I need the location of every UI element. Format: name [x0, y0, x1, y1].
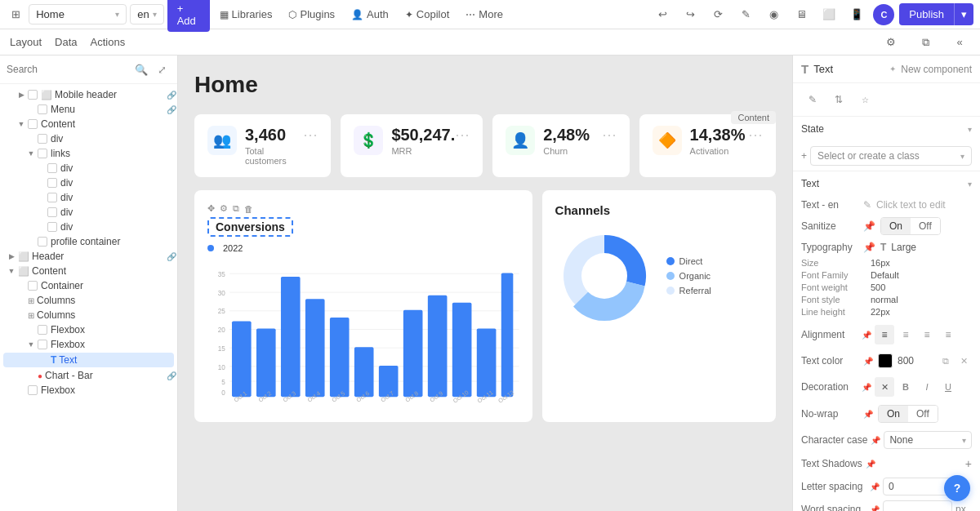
tree-item-div4[interactable]: ▶ div	[0, 190, 177, 205]
deco-italic-button[interactable]: I	[917, 377, 937, 397]
help-button[interactable]: ?	[944, 475, 970, 501]
typography-pin-icon[interactable]: 📌	[863, 242, 875, 253]
tree-item-div6[interactable]: ▶ div	[0, 220, 177, 234]
color-pin-icon[interactable]: 📌	[863, 357, 873, 366]
edit-tool-button[interactable]: ✎	[801, 88, 824, 111]
convert-tool-button[interactable]: ⇅	[827, 88, 850, 111]
word-spacing-input[interactable]	[883, 500, 952, 511]
tree-item-content2[interactable]: ▼ ⬜ Content	[0, 264, 177, 278]
chart-tool-settings[interactable]: ⚙	[220, 203, 228, 214]
bar-10[interactable]	[452, 303, 472, 397]
tree-item-links[interactable]: ▼ links	[0, 146, 177, 161]
tree-item-columns1[interactable]: ▶ ⊞ Columns	[0, 293, 177, 308]
tree-item-text[interactable]: ▶ T Text	[3, 353, 174, 367]
collapse-icon[interactable]: «	[949, 32, 970, 53]
tree-item-profile-container[interactable]: ▶ profile container	[0, 234, 177, 249]
chart-tool-delete[interactable]: 🗑	[244, 204, 253, 214]
alignment-pin-icon[interactable]: 📌	[862, 331, 871, 340]
deco-underline-button[interactable]: U	[938, 377, 958, 397]
grid-icon[interactable]: ⊞	[7, 3, 25, 26]
deco-pin-icon[interactable]: 📌	[862, 383, 871, 392]
add-button[interactable]: + Add	[167, 0, 210, 32]
tree-item-content[interactable]: ▼ Content	[0, 117, 177, 131]
tree-item-div1[interactable]: ▶ div	[0, 131, 177, 146]
bar-3[interactable]	[281, 277, 301, 397]
new-component-button[interactable]: New component	[901, 64, 972, 75]
chart-tool-copy[interactable]: ⧉	[233, 203, 239, 214]
bar-9[interactable]	[428, 295, 448, 397]
align-right-button[interactable]: ≡	[917, 325, 937, 344]
tree-item-header[interactable]: ▶ ⬜ Header 🔗	[0, 249, 177, 264]
text-section-header[interactable]: Text ▾	[793, 171, 980, 196]
tree-item-container[interactable]: ▶ Container	[0, 278, 177, 293]
nowrap-on-button[interactable]: On	[879, 406, 908, 422]
align-left-button[interactable]: ≡	[875, 325, 894, 344]
bar-4[interactable]	[305, 299, 325, 397]
settings-icon[interactable]: ⚙	[880, 32, 902, 53]
bar-6[interactable]	[354, 347, 374, 397]
text-edit-placeholder[interactable]: Click text to edit	[876, 199, 972, 211]
class-input[interactable]: Select or create a class ▾	[810, 146, 972, 166]
bar-12[interactable]	[501, 273, 514, 397]
text-lang-edit-icon[interactable]: ✎	[863, 199, 871, 211]
search-input[interactable]	[7, 64, 129, 75]
publish-arrow[interactable]: ▾	[954, 3, 973, 25]
pencil-button[interactable]: ✎	[734, 3, 757, 26]
color-swatch[interactable]	[878, 353, 893, 368]
align-justify-button[interactable]: ≡	[938, 325, 958, 344]
color-copy-button[interactable]: ⧉	[938, 353, 954, 369]
more-icon[interactable]: ⋯	[455, 126, 470, 144]
tree-item-div5[interactable]: ▶ div	[0, 205, 177, 220]
more-icon[interactable]: ⋯	[748, 126, 763, 144]
deco-bold-button[interactable]: B	[896, 377, 915, 397]
lang-dropdown[interactable]: en ▾	[130, 4, 163, 24]
letter-spacing-input[interactable]	[883, 478, 952, 495]
actions-tab[interactable]: Actions	[91, 33, 126, 51]
char-case-pin-icon[interactable]: 📌	[871, 436, 880, 445]
tree-item-div2[interactable]: ▶ div	[0, 161, 177, 176]
publish-button[interactable]: Publish ▾	[899, 3, 973, 25]
color-clear-button[interactable]: ✕	[956, 353, 972, 369]
nav-item-more[interactable]: ⋯ More	[459, 5, 510, 24]
sanitize-pin-icon[interactable]: 📌	[863, 220, 875, 232]
expand-icon[interactable]: ⤢	[154, 60, 172, 78]
char-case-select[interactable]: None ▾	[884, 431, 972, 449]
bar-5[interactable]	[330, 318, 350, 397]
text-shadows-add-button[interactable]: +	[965, 457, 972, 470]
redo-button[interactable]: ↪	[679, 3, 702, 26]
tree-item-div3[interactable]: ▶ div	[0, 176, 177, 190]
deco-none-button[interactable]: ✕	[875, 377, 894, 397]
tree-item-menu[interactable]: ▶ Menu 🔗	[0, 102, 177, 117]
tree-item-mobile-header[interactable]: ▶ ⬜ Mobile header 🔗	[0, 87, 177, 102]
nowrap-pin-icon[interactable]: 📌	[863, 410, 873, 419]
undo-button[interactable]: ↩	[651, 3, 674, 26]
bar-8[interactable]	[403, 310, 423, 397]
data-tab[interactable]: Data	[55, 33, 77, 51]
align-center-button[interactable]: ≡	[896, 325, 915, 344]
tree-item-flexbox2[interactable]: ▼ Flexbox	[0, 337, 177, 352]
nav-item-libraries[interactable]: ▦ Libraries	[213, 5, 279, 24]
tree-item-flexbox1[interactable]: ▶ Flexbox	[0, 322, 177, 337]
word-spacing-pin-icon[interactable]: 📌	[870, 505, 880, 512]
nav-item-copilot[interactable]: ✦ Copilot	[399, 5, 456, 24]
bar-2[interactable]	[256, 329, 276, 398]
nav-item-plugins[interactable]: ⬡ Plugins	[282, 5, 341, 24]
bar-11[interactable]	[477, 329, 497, 398]
preview-button[interactable]: ◉	[762, 3, 785, 26]
search-icon[interactable]: 🔍	[132, 60, 150, 78]
tree-item-flexbox3[interactable]: ▶ Flexbox	[0, 383, 177, 398]
tree-item-chart-bar[interactable]: ▶ ● Chart - Bar 🔗	[0, 368, 177, 383]
star-tool-button[interactable]: ☆	[853, 88, 876, 111]
shadows-pin-icon[interactable]: 📌	[866, 460, 875, 469]
home-dropdown[interactable]: Home ▾	[29, 4, 127, 24]
typography-value[interactable]: Large	[891, 242, 972, 253]
layers-icon[interactable]: ⧉	[915, 32, 936, 53]
refresh-button[interactable]: ⟳	[706, 3, 729, 26]
letter-spacing-pin-icon[interactable]: 📌	[870, 482, 880, 491]
nav-item-auth[interactable]: 👤 Auth	[345, 5, 395, 24]
desktop-button[interactable]: 🖥	[790, 3, 813, 26]
more-icon[interactable]: ⋯	[602, 126, 617, 144]
mobile-button[interactable]: 📱	[845, 3, 868, 26]
sanitize-on-button[interactable]: On	[881, 218, 911, 234]
layout-tab[interactable]: Layout	[10, 33, 42, 51]
